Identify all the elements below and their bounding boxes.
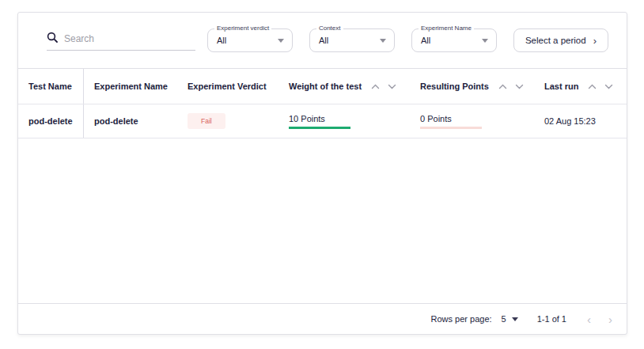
select-period-label: Select a period	[525, 36, 586, 45]
next-page-button[interactable]: ›	[608, 313, 612, 325]
sort-desc-icon[interactable]	[515, 84, 524, 89]
table-row[interactable]: pod-delete pod-delete Fail 10 Points 0 P…	[18, 104, 627, 138]
rows-per-page-value: 5	[502, 314, 506, 324]
context-select[interactable]: Context All	[309, 28, 395, 52]
column-header-experiment-verdict: Experiment Verdict	[177, 82, 278, 91]
experiment-name-select[interactable]: Experiment Name All	[411, 28, 497, 52]
verdict-badge: Fail	[188, 113, 225, 129]
experiment-verdict-value: All	[217, 36, 226, 45]
cell-resulting-points: 0 Points	[410, 114, 534, 129]
last-run-value: 02 Aug 15:23	[544, 116, 596, 126]
column-header-experiment-name: Experiment Name	[84, 82, 177, 91]
experiment-name-label: Experiment Name	[419, 25, 474, 32]
rows-per-page-select[interactable]: 5	[502, 314, 518, 324]
rows-per-page-label: Rows per page:	[431, 314, 492, 324]
sort-desc-icon[interactable]	[388, 84, 396, 89]
context-label: Context	[316, 25, 343, 32]
experiment-verdict-label: Experiment verdict	[214, 25, 271, 32]
caret-down-icon	[512, 317, 518, 321]
caret-down-icon	[380, 39, 386, 43]
search-input[interactable]	[64, 33, 195, 44]
cell-experiment-name: pod-delete	[84, 116, 177, 126]
caret-down-icon	[482, 39, 488, 43]
sort-asc-icon[interactable]	[498, 84, 507, 89]
test-name-value: pod-delete	[28, 116, 73, 126]
sort-desc-icon[interactable]	[604, 84, 613, 89]
column-label: Last run	[544, 82, 578, 91]
search-icon	[47, 32, 58, 46]
sort-controls	[498, 84, 524, 89]
column-label: Resulting Points	[420, 82, 489, 91]
column-label: Experiment Name	[94, 82, 168, 91]
cell-last-run: 02 Aug 15:23	[534, 116, 627, 126]
context-value: All	[319, 36, 328, 45]
filter-toolbar: Experiment verdict All Context All Exper…	[18, 13, 627, 69]
experiment-name-value: pod-delete	[94, 116, 138, 126]
experiment-name-value: All	[421, 36, 430, 45]
select-period-button[interactable]: Select a period ›	[513, 28, 608, 52]
table-pagination-footer: Rows per page: 5 1-1 of 1 ‹ ›	[18, 303, 627, 334]
weight-value: 10 Points	[289, 114, 350, 129]
column-label: Weight of the test	[289, 82, 362, 91]
table-empty-area	[18, 138, 627, 303]
filter-group: Experiment verdict All Context All Exper…	[207, 28, 608, 52]
column-header-resulting-points: Resulting Points	[410, 82, 534, 91]
experiment-verdict-select[interactable]: Experiment verdict All	[207, 28, 293, 52]
previous-page-button[interactable]: ‹	[587, 313, 591, 325]
cell-weight: 10 Points	[278, 114, 410, 129]
column-header-last-run: Last run	[534, 82, 627, 91]
column-header-weight: Weight of the test	[278, 82, 410, 91]
experiments-table-card: Experiment verdict All Context All Exper…	[17, 12, 627, 335]
resulting-points-value: 0 Points	[420, 114, 482, 129]
sort-controls	[588, 84, 613, 89]
chevron-right-icon: ›	[593, 36, 597, 46]
column-header-test-name: Test Name	[18, 69, 84, 104]
search-field[interactable]	[47, 30, 195, 51]
cell-verdict: Fail	[177, 113, 278, 129]
caret-down-icon	[278, 39, 284, 43]
pagination-range: 1-1 of 1	[537, 314, 566, 324]
cell-test-name: pod-delete	[18, 104, 84, 138]
sort-asc-icon[interactable]	[371, 84, 380, 89]
table-header-row: Test Name Experiment Name Experiment Ver…	[18, 69, 627, 104]
column-label: Test Name	[28, 82, 72, 91]
sort-controls	[371, 84, 396, 89]
sort-asc-icon[interactable]	[588, 84, 597, 89]
column-label: Experiment Verdict	[188, 82, 267, 91]
